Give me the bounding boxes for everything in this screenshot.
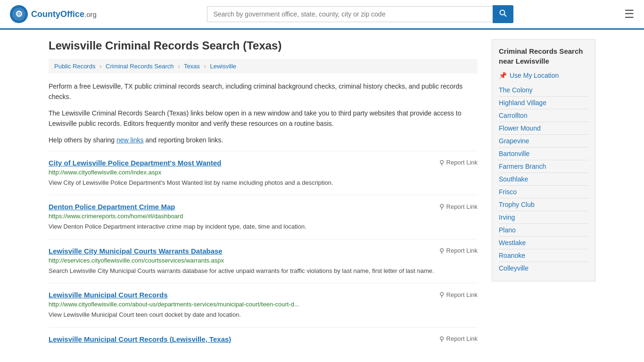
sidebar-list-item: Trophy Club bbox=[499, 198, 588, 211]
nearby-location-7[interactable]: Southlake bbox=[499, 175, 528, 183]
nearby-location-13[interactable]: Roanoke bbox=[499, 252, 525, 259]
sidebar-list-item: Bartonville bbox=[499, 148, 588, 160]
search-input[interactable] bbox=[207, 6, 493, 22]
report-link-4[interactable]: ⚲ Report Link bbox=[439, 335, 478, 343]
breadcrumb: Public Records › Criminal Records Search… bbox=[49, 59, 478, 74]
breadcrumb-sep-3: › bbox=[204, 63, 206, 70]
sidebar-box: Criminal Records Search near Lewisville … bbox=[492, 39, 595, 281]
result-url-1: https://www.crimereports.com/home/#l/das… bbox=[49, 213, 478, 220]
report-label-1: Report Link bbox=[446, 203, 478, 210]
logo-text: CountyOffice.org bbox=[31, 9, 97, 19]
nearby-location-11[interactable]: Plano bbox=[499, 226, 516, 234]
report-label-0: Report Link bbox=[446, 159, 478, 166]
description-3: Help others by sharing new links and rep… bbox=[49, 135, 478, 145]
nearby-location-5[interactable]: Bartonville bbox=[499, 150, 529, 157]
nearby-location-12[interactable]: Westlake bbox=[499, 239, 526, 247]
report-label-2: Report Link bbox=[446, 247, 478, 254]
use-my-location-link[interactable]: Use My Location bbox=[510, 72, 559, 79]
svg-point-3 bbox=[500, 10, 505, 15]
result-title-3[interactable]: Lewisville Municipal Court Records bbox=[49, 291, 168, 299]
sidebar-list-item: Plano bbox=[499, 224, 588, 237]
sidebar-list-item: Roanoke bbox=[499, 249, 588, 262]
nearby-location-10[interactable]: Irving bbox=[499, 214, 515, 221]
use-location-row: 📌 Use My Location bbox=[499, 72, 588, 79]
result-item: Denton Police Department Crime Map ⚲ Rep… bbox=[49, 195, 478, 239]
nearby-location-6[interactable]: Farmers Branch bbox=[499, 163, 546, 170]
logo-icon: ⚙ bbox=[9, 5, 28, 24]
sidebar-title: Criminal Records Search near Lewisville bbox=[499, 46, 588, 66]
breadcrumb-sep-1: › bbox=[99, 63, 101, 70]
nearby-location-3[interactable]: Flower Mound bbox=[499, 124, 541, 132]
search-icon bbox=[499, 9, 507, 17]
nearby-location-8[interactable]: Frisco bbox=[499, 188, 517, 196]
svg-line-4 bbox=[504, 15, 507, 17]
nearby-locations-list: The ColonyHighland VillageCarrolltonFlow… bbox=[499, 84, 588, 274]
report-icon-4: ⚲ bbox=[439, 335, 444, 343]
report-link-3[interactable]: ⚲ Report Link bbox=[439, 291, 478, 298]
sidebar-list-item: Frisco bbox=[499, 186, 588, 198]
sidebar-list-item: Highland Village bbox=[499, 97, 588, 109]
search-area bbox=[207, 5, 513, 23]
sidebar-list-item: Colleyville bbox=[499, 262, 588, 274]
result-item: Lewisville Municipal Court Records ⚲ Rep… bbox=[49, 283, 478, 327]
pin-icon: 📌 bbox=[499, 72, 507, 79]
result-desc-2: Search Lewisville City Municipal Courts … bbox=[49, 266, 478, 276]
report-link-0[interactable]: ⚲ Report Link bbox=[439, 159, 478, 166]
report-icon-1: ⚲ bbox=[439, 203, 444, 210]
breadcrumb-lewisville[interactable]: Lewisville bbox=[210, 63, 236, 70]
description-2: The Lewisville Criminal Records Search (… bbox=[49, 108, 478, 129]
result-desc-0: View City of Lewisville Police Departmen… bbox=[49, 178, 478, 188]
breadcrumb-texas[interactable]: Texas bbox=[184, 63, 200, 70]
logo-area: ⚙ CountyOffice.org bbox=[9, 5, 97, 24]
report-label-3: Report Link bbox=[446, 291, 478, 298]
breadcrumb-public-records[interactable]: Public Records bbox=[54, 63, 95, 70]
new-links-link[interactable]: new links bbox=[116, 136, 144, 144]
sidebar-list-item: Farmers Branch bbox=[499, 160, 588, 173]
result-item: Lewisville Municipal Court Records (Lewi… bbox=[49, 327, 478, 353]
nearby-location-9[interactable]: Trophy Club bbox=[499, 201, 535, 208]
result-desc-3: View Lewisville Municipal Court teen cou… bbox=[49, 310, 478, 320]
result-item: City of Lewisville Police Department's M… bbox=[49, 151, 478, 195]
report-link-1[interactable]: ⚲ Report Link bbox=[439, 203, 478, 210]
sidebar-list-item: Southlake bbox=[499, 173, 588, 186]
hamburger-menu-icon[interactable]: ☰ bbox=[624, 8, 635, 21]
header-right: ☰ bbox=[624, 8, 635, 21]
svg-text:⚙: ⚙ bbox=[15, 9, 23, 19]
sidebar-list-item: Westlake bbox=[499, 237, 588, 249]
result-url-0: http://www.cityoflewisville.com/index.as… bbox=[49, 169, 478, 176]
main-container: Lewisville Criminal Records Search (Texa… bbox=[39, 30, 605, 362]
breadcrumb-criminal-records-search[interactable]: Criminal Records Search bbox=[106, 63, 174, 70]
report-icon-2: ⚲ bbox=[439, 247, 444, 255]
results-container: City of Lewisville Police Department's M… bbox=[49, 151, 478, 353]
content-area: Lewisville Criminal Records Search (Texa… bbox=[49, 39, 478, 353]
nearby-location-4[interactable]: Grapevine bbox=[499, 137, 529, 145]
result-title-1[interactable]: Denton Police Department Crime Map bbox=[49, 203, 175, 211]
result-title-0[interactable]: City of Lewisville Police Department's M… bbox=[49, 159, 221, 167]
page-title: Lewisville Criminal Records Search (Texa… bbox=[49, 39, 478, 52]
nearby-location-14[interactable]: Colleyville bbox=[499, 264, 528, 272]
sidebar: Criminal Records Search near Lewisville … bbox=[492, 39, 595, 353]
result-desc-1: View Denton Police Department interactiv… bbox=[49, 222, 478, 231]
nearby-location-2[interactable]: Carrollton bbox=[499, 112, 528, 119]
report-icon-0: ⚲ bbox=[439, 159, 444, 166]
sidebar-list-item: The Colony bbox=[499, 84, 588, 97]
breadcrumb-sep-2: › bbox=[178, 63, 180, 70]
search-button[interactable] bbox=[493, 5, 513, 23]
report-label-4: Report Link bbox=[446, 335, 478, 342]
report-link-2[interactable]: ⚲ Report Link bbox=[439, 247, 478, 255]
nearby-location-1[interactable]: Highland Village bbox=[499, 99, 546, 107]
result-url-2: http://eservices.cityoflewisville.com/co… bbox=[49, 257, 478, 264]
report-icon-3: ⚲ bbox=[439, 291, 444, 298]
sidebar-list-item: Flower Mound bbox=[499, 122, 588, 135]
result-title-2[interactable]: Lewisville City Municipal Courts Warrant… bbox=[49, 247, 223, 255]
result-item: Lewisville City Municipal Courts Warrant… bbox=[49, 239, 478, 283]
result-url-3: http://www.cityoflewisville.com/about-us… bbox=[49, 301, 478, 308]
result-title-4[interactable]: Lewisville Municipal Court Records (Lewi… bbox=[49, 335, 231, 343]
sidebar-list-item: Carrollton bbox=[499, 109, 588, 122]
description-1: Perform a free Lewisville, TX public cri… bbox=[49, 81, 478, 102]
nearby-location-0[interactable]: The Colony bbox=[499, 86, 533, 94]
sidebar-list-item: Irving bbox=[499, 211, 588, 224]
sidebar-list-item: Grapevine bbox=[499, 135, 588, 148]
header: ⚙ CountyOffice.org ☰ bbox=[0, 0, 644, 30]
